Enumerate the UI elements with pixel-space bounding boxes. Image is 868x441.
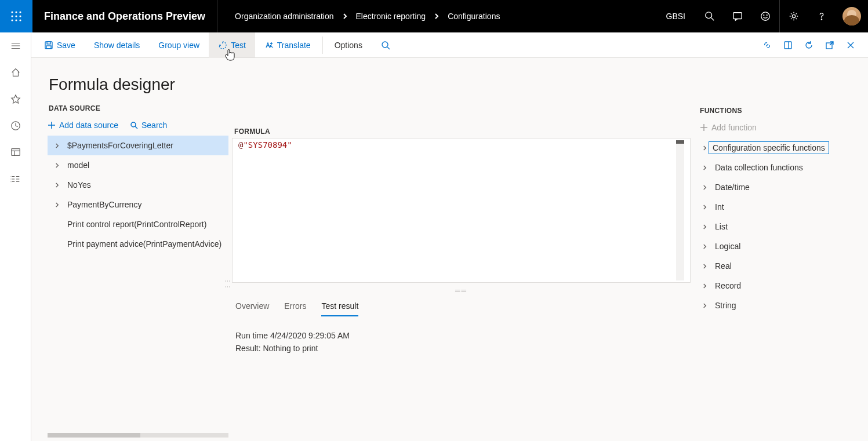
test-result-body: Run time 4/24/2020 9:29:05 AM Result: No… — [232, 316, 691, 355]
svg-point-5 — [19, 15, 21, 17]
search-data-source-button[interactable]: Search — [130, 121, 167, 130]
close-icon[interactable] — [840, 32, 861, 58]
run-time-line: Run time 4/24/2020 9:29:05 AM — [235, 329, 691, 342]
function-group-item[interactable]: List — [698, 217, 868, 236]
help-icon[interactable] — [808, 0, 836, 32]
panel-left: Formula designer DATA SOURCE Add data so… — [31, 58, 228, 441]
left-rail — [0, 32, 31, 441]
options-button[interactable]: Options — [325, 32, 372, 58]
chevron-right-icon[interactable] — [700, 244, 709, 249]
header-right: GBSI — [656, 0, 868, 32]
add-function-button[interactable]: Add function — [700, 123, 757, 132]
smiley-icon[interactable] — [751, 0, 779, 32]
translate-label: Translate — [277, 41, 311, 50]
formula-gutter — [676, 140, 684, 280]
modules-icon[interactable] — [0, 166, 31, 192]
tab[interactable]: Test result — [321, 298, 358, 316]
content: Formula designer DATA SOURCE Add data so… — [31, 58, 868, 441]
chevron-right-icon[interactable] — [700, 264, 709, 269]
functions-section-label: FUNCTIONS — [694, 101, 868, 118]
group-view-button[interactable]: Group view — [149, 32, 209, 58]
data-source-item[interactable]: Print payment advice(PrintPaymentAdvice) — [48, 234, 228, 254]
action-bar: Save Show details Group view Test Transl… — [0, 32, 868, 58]
chevron-right-icon[interactable] — [700, 224, 709, 229]
filter-search-button[interactable] — [372, 32, 400, 58]
breadcrumb-item[interactable]: Organization administration — [235, 12, 333, 21]
svg-point-28 — [131, 122, 136, 127]
data-source-item[interactable]: $PaymentsForCoveringLetter — [48, 136, 228, 155]
function-group-item[interactable]: Record — [698, 276, 868, 296]
avatar[interactable] — [842, 7, 861, 25]
show-details-button[interactable]: Show details — [85, 32, 149, 58]
group-view-label: Group view — [158, 41, 199, 50]
gear-icon[interactable] — [780, 0, 808, 32]
app-launcher-button[interactable] — [0, 0, 32, 32]
function-group-item[interactable]: Real — [698, 256, 868, 276]
function-group-item[interactable]: Logical — [698, 236, 868, 256]
function-group-item[interactable]: Configuration specific functions — [698, 138, 868, 158]
data-source-item-label: Print control report(PrintControlReport) — [61, 220, 206, 229]
function-group-item[interactable]: Data collection functions — [698, 158, 868, 177]
function-group-label: Date/time — [709, 183, 750, 192]
data-source-item-label: model — [61, 161, 89, 170]
chevron-right-icon[interactable] — [52, 202, 61, 207]
chevron-right-icon[interactable] — [52, 163, 61, 168]
chevron-right-icon[interactable] — [700, 303, 709, 308]
hamburger-icon[interactable] — [0, 32, 31, 59]
data-source-item[interactable]: model — [48, 155, 228, 175]
function-group-label: List — [709, 222, 728, 231]
star-icon[interactable] — [0, 86, 31, 112]
test-button[interactable]: Test — [209, 32, 255, 58]
workspace-icon[interactable] — [0, 139, 31, 166]
panel-right: FUNCTIONS Add function Configuration spe… — [694, 58, 868, 441]
formula-text: @"SYS70894" — [238, 140, 292, 280]
add-data-source-label: Add data source — [59, 121, 118, 130]
home-icon[interactable] — [0, 59, 31, 86]
chevron-right-icon[interactable] — [52, 143, 61, 148]
svg-point-8 — [19, 19, 21, 21]
add-data-source-button[interactable]: Add data source — [48, 121, 118, 130]
refresh-icon[interactable] — [798, 32, 819, 58]
formula-editor[interactable]: @"SYS70894" — [232, 138, 691, 283]
svg-point-6 — [11, 19, 13, 21]
options-label: Options — [335, 41, 362, 50]
svg-point-11 — [761, 12, 769, 20]
popout-icon[interactable] — [819, 32, 840, 58]
recent-icon[interactable] — [0, 112, 31, 139]
panel-icon[interactable] — [778, 32, 798, 58]
svg-point-15 — [821, 19, 822, 20]
chevron-right-icon[interactable] — [700, 205, 709, 210]
svg-rect-22 — [47, 42, 50, 44]
data-source-item[interactable]: PaymentByCurrency — [48, 195, 228, 214]
tab[interactable]: Overview — [235, 298, 269, 316]
add-function-label: Add function — [711, 123, 757, 132]
function-group-item[interactable]: String — [698, 296, 868, 315]
translate-button[interactable]: Translate — [255, 32, 320, 58]
chevron-right-icon[interactable] — [700, 185, 709, 190]
company-label[interactable]: GBSI — [656, 12, 696, 21]
h-scrollbar[interactable] — [48, 433, 228, 438]
breadcrumb-item[interactable]: Configurations — [448, 12, 500, 21]
svg-rect-10 — [733, 13, 742, 19]
splitter-handle-icon[interactable]: ══ — [232, 283, 691, 297]
search-icon[interactable] — [696, 0, 724, 32]
breadcrumb-item[interactable]: Electronic reporting — [356, 12, 426, 21]
data-source-item[interactable]: NoYes — [48, 175, 228, 195]
splitter-handle-icon[interactable]: ⋮⋮ — [224, 278, 231, 290]
function-group-item[interactable]: Date/time — [698, 177, 868, 197]
data-source-item[interactable]: Print control report(PrintControlReport) — [48, 214, 228, 234]
chevron-right-icon[interactable] — [700, 165, 709, 170]
tab[interactable]: Errors — [284, 298, 306, 316]
chevron-right-icon[interactable] — [700, 145, 709, 151]
divider — [322, 37, 323, 54]
chevron-right-icon[interactable] — [52, 183, 61, 188]
link-icon[interactable] — [757, 32, 778, 58]
save-button[interactable]: Save — [35, 32, 85, 58]
chevron-right-icon — [434, 12, 440, 21]
data-source-item-label: $PaymentsForCoveringLetter — [61, 141, 173, 150]
svg-rect-23 — [46, 46, 51, 49]
messages-icon[interactable] — [724, 0, 751, 32]
function-group-item[interactable]: Int — [698, 197, 868, 217]
svg-point-13 — [767, 15, 767, 16]
chevron-right-icon[interactable] — [700, 283, 709, 289]
